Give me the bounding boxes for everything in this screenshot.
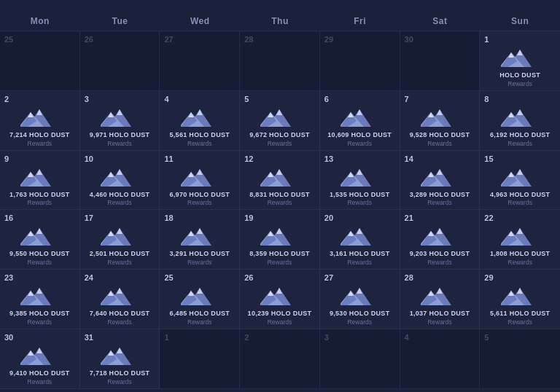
- svg-marker-53: [197, 169, 203, 175]
- calendar-cell[interactable]: 295,611 HOLO DUSTRewards: [480, 270, 560, 329]
- mountain-icon: [181, 285, 219, 308]
- svg-marker-18: [197, 109, 203, 115]
- rewards-label: Rewards: [28, 378, 52, 385]
- calendar-cell[interactable]: 27,214 HOLO DUSTRewards: [0, 91, 80, 151]
- rewards-label: Rewards: [427, 199, 452, 206]
- day-header: Sat: [400, 12, 481, 31]
- rewards-label: Rewards: [187, 259, 212, 266]
- mountain-icon: [341, 225, 378, 248]
- calendar-cell[interactable]: 256,485 HOLO DUSTRewards: [160, 270, 240, 329]
- svg-marker-88: [197, 228, 203, 234]
- calendar-cell[interactable]: 281,037 HOLO DUSTRewards: [400, 270, 481, 329]
- mountain-icon: [501, 225, 539, 248]
- calendar-cell[interactable]: 183,291 HOLO DUSTRewards: [160, 210, 240, 270]
- holo-dust-amount: 9,550 HOLO DUST: [9, 250, 70, 258]
- svg-marker-83: [117, 228, 122, 234]
- calendar-cell: 3: [320, 329, 400, 389]
- holo-dust-amount: 7,640 HOLO DUST: [90, 310, 150, 318]
- calendar-cell[interactable]: 128,831 HOLO DUSTRewards: [240, 151, 320, 211]
- calendar-cell[interactable]: 79,528 HOLO DUSTRewards: [400, 91, 481, 151]
- calendar-cell: 26: [80, 31, 160, 91]
- holo-dust-amount: HOLO DUST: [499, 71, 540, 79]
- rewards-label: Rewards: [508, 318, 532, 326]
- calendar-cell: 29: [320, 31, 400, 91]
- calendar-cell[interactable]: 239,385 HOLO DUSTRewards: [0, 270, 80, 329]
- calendar-cell[interactable]: 131,535 HOLO DUSTRewards: [320, 151, 400, 211]
- date-number: 25: [4, 35, 13, 44]
- date-number: 25: [164, 273, 173, 282]
- date-number: 17: [85, 213, 93, 222]
- calendar-cell[interactable]: 2610,239 HOLO DUSTRewards: [240, 270, 320, 329]
- date-number: 31: [85, 333, 93, 342]
- holo-dust-amount: 9,672 HOLO DUST: [249, 131, 310, 139]
- date-number: 20: [324, 213, 333, 222]
- calendar-cell[interactable]: 45,561 HOLO DUSTRewards: [160, 91, 240, 151]
- date-number: 4: [164, 95, 168, 103]
- calendar-cell[interactable]: 154,963 HOLO DUSTRewards: [480, 151, 560, 211]
- calendar-cell[interactable]: 39,971 HOLO DUSTRewards: [80, 91, 160, 151]
- holo-dust-amount: 9,971 HOLO DUST: [90, 131, 150, 139]
- rewards-label: Rewards: [28, 259, 52, 266]
- holo-dust-amount: 6,192 HOLO DUST: [490, 131, 551, 139]
- day-header: Wed: [160, 12, 240, 31]
- svg-marker-73: [517, 169, 523, 175]
- holo-dust-amount: 10,239 HOLO DUST: [248, 310, 312, 318]
- date-number: 29: [324, 35, 333, 44]
- calendar-cell[interactable]: 317,718 HOLO DUSTRewards: [80, 329, 160, 389]
- date-number: 5: [484, 333, 489, 342]
- calendar-container: MonTueWedThuFriSatSun 2526272829301HOLO …: [0, 0, 560, 389]
- calendar-cell[interactable]: 104,460 HOLO DUSTRewards: [80, 151, 160, 211]
- date-number: 22: [484, 213, 493, 222]
- calendar-cell[interactable]: 169,550 HOLO DUSTRewards: [0, 210, 80, 270]
- rewards-label: Rewards: [508, 259, 532, 266]
- calendar-cell[interactable]: 247,640 HOLO DUSTRewards: [80, 270, 160, 329]
- svg-marker-23: [276, 109, 282, 115]
- calendar-cell[interactable]: 91,763 HOLO DUSTRewards: [0, 151, 80, 211]
- calendar-cell[interactable]: 279,530 HOLO DUSTRewards: [320, 270, 400, 329]
- holo-dust-amount: 9,385 HOLO DUST: [9, 310, 70, 318]
- date-number: 15: [484, 154, 493, 163]
- date-number: 6: [324, 95, 329, 103]
- date-number: 8: [484, 95, 489, 103]
- calendar-cell: 5: [480, 329, 560, 389]
- calendar-cell[interactable]: 116,970 HOLO DUSTRewards: [160, 151, 240, 211]
- mountain-icon: [260, 166, 298, 189]
- rewards-label: Rewards: [268, 318, 292, 326]
- calendar-cell[interactable]: 59,672 HOLO DUSTRewards: [240, 91, 320, 151]
- svg-marker-108: [517, 228, 523, 234]
- day-header: Fri: [320, 12, 400, 31]
- date-number: 23: [4, 273, 13, 282]
- svg-marker-33: [437, 109, 443, 115]
- svg-marker-103: [437, 228, 443, 234]
- svg-marker-118: [117, 288, 122, 294]
- calendar-cell[interactable]: 198,359 HOLO DUSTRewards: [240, 210, 320, 270]
- calendar-cell[interactable]: 203,161 HOLO DUSTRewards: [320, 210, 400, 270]
- rewards-label: Rewards: [508, 140, 532, 147]
- rewards-label: Rewards: [268, 140, 292, 147]
- calendar-cell[interactable]: 143,289 HOLO DUSTRewards: [400, 151, 481, 211]
- holo-dust-amount: 7,718 HOLO DUST: [90, 369, 150, 377]
- mountain-icon: [260, 285, 298, 308]
- rewards-label: Rewards: [28, 140, 52, 147]
- mountain-icon: [20, 106, 58, 130]
- date-number: 3: [85, 95, 89, 103]
- calendar-cell[interactable]: 86,192 HOLO DUSTRewards: [480, 91, 560, 151]
- calendar-cell[interactable]: 219,203 HOLO DUSTRewards: [400, 210, 481, 270]
- svg-marker-78: [36, 228, 42, 234]
- calendar-cell[interactable]: 309,410 HOLO DUSTRewards: [0, 329, 80, 389]
- rewards-label: Rewards: [107, 140, 132, 147]
- calendar-cell[interactable]: 221,808 HOLO DUSTRewards: [480, 210, 560, 270]
- mountain-icon: [101, 106, 139, 130]
- calendar-cell[interactable]: 1HOLO DUSTRewards: [480, 31, 560, 91]
- rewards-label: Rewards: [268, 259, 292, 266]
- holo-dust-amount: 9,530 HOLO DUST: [330, 310, 390, 318]
- mountain-icon: [501, 106, 539, 130]
- svg-marker-123: [197, 288, 203, 294]
- rewards-label: Rewards: [187, 318, 212, 326]
- date-number: 28: [405, 273, 413, 282]
- calendar-cell: 28: [240, 31, 320, 91]
- svg-marker-43: [36, 169, 42, 175]
- calendar-cell[interactable]: 610,609 HOLO DUSTRewards: [320, 91, 400, 151]
- date-number: 12: [244, 154, 253, 163]
- calendar-cell[interactable]: 172,501 HOLO DUSTRewards: [80, 210, 160, 270]
